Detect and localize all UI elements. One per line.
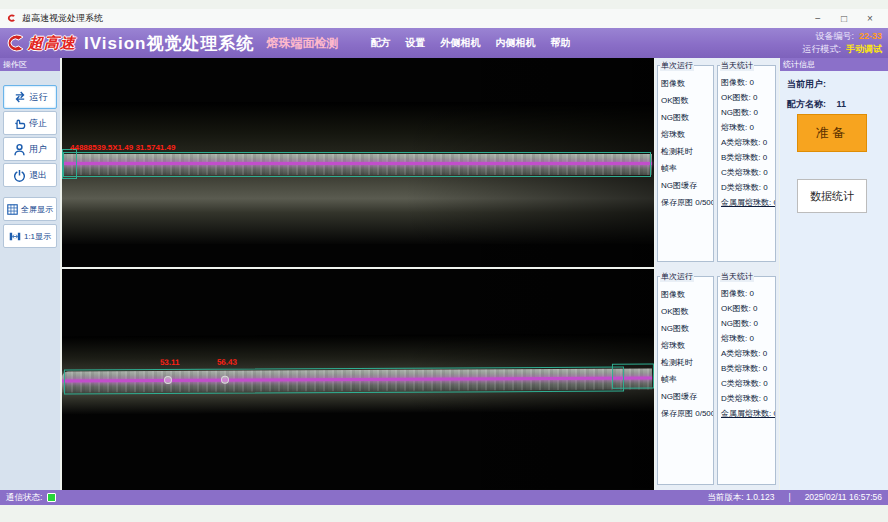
daily-stats-title: 当天统计 — [720, 271, 754, 282]
run-mode-label: 运行模式: — [802, 43, 841, 56]
maximize-button[interactable]: □ — [836, 13, 852, 24]
app-header: 超高速 IVision视觉处理系统 熔珠端面检测 配方 设置 外侧相机 内侧相机… — [0, 28, 888, 58]
stat-row: 检测耗时 — [658, 354, 713, 371]
device-number-value: 22-33 — [859, 30, 882, 43]
stat-row: 帧率 — [658, 371, 713, 388]
device-number-label: 设备编号: — [815, 30, 854, 43]
stat-row: A类熔珠数: 0 — [718, 135, 775, 150]
daily-stats-title: 当天统计 — [720, 60, 754, 71]
run-mode-value: 手动调试 — [846, 43, 882, 56]
single-run-groupbox: 单次运行 图像数 OK图数 NG图数 熔珠数 检测耗时 帧率 NG图缓存 保存原… — [657, 65, 714, 262]
recipe-name-label: 配方名称: — [787, 99, 826, 109]
stop-button-label: 停止 — [29, 117, 47, 130]
stat-row: OK图数: 0 — [718, 90, 775, 105]
stat-row: 金属屑熔珠数: 0 — [718, 406, 775, 421]
detection-annotation: 44888539.5X1.49 31.5741.49 — [70, 143, 175, 152]
data-statistics-button[interactable]: 数据统计 — [797, 179, 867, 213]
prepare-button[interactable]: 准备 — [797, 114, 867, 152]
stat-row: B类熔珠数: 0 — [718, 150, 775, 165]
stat-row: 保存原图 0/500 — [658, 405, 713, 422]
stat-row: B类熔珠数: 0 — [718, 361, 775, 376]
comm-status-indicator — [47, 493, 56, 502]
user-icon — [13, 143, 26, 156]
menu-item-settings[interactable]: 设置 — [405, 36, 425, 50]
version-value: 1.0.123 — [746, 492, 774, 502]
menu-item-inner-camera[interactable]: 内侧相机 — [495, 36, 535, 50]
outer-camera-stats: 单次运行 图像数 OK图数 NG图数 熔珠数 检测耗时 帧率 NG图缓存 保存原… — [655, 58, 779, 267]
hand-icon — [13, 117, 26, 130]
stat-row: 图像数: 0 — [718, 286, 775, 301]
stat-row: 熔珠数: 0 — [718, 331, 775, 346]
stat-row: OK图数 — [658, 303, 713, 320]
one-to-one-icon — [9, 231, 21, 242]
outer-camera-viewport[interactable]: 44888539.5X1.49 31.5741.49 — [62, 58, 654, 267]
device-info: 设备编号: 22-33 运行模式: 手动调试 — [802, 30, 882, 56]
measurement-label: 56.43 — [217, 358, 237, 367]
inner-camera-stats: 单次运行 图像数 OK图数 NG图数 熔珠数 检测耗时 帧率 NG图缓存 保存原… — [655, 269, 779, 490]
one-to-one-display-button[interactable]: 1:1显示 — [3, 224, 57, 248]
app-title: IVision视觉处理系统 — [84, 32, 254, 55]
detection-outline-right-segment — [612, 363, 654, 388]
stat-row: 图像数: 0 — [718, 75, 775, 90]
detection-marker — [221, 376, 229, 384]
stat-row: 检测耗时 — [658, 143, 713, 160]
brand-logo-icon — [3, 32, 27, 54]
status-bar: 通信状态: 当前版本: 1.0.123 | 2025/02/11 16:57:5… — [0, 490, 888, 505]
daily-stats-groupbox: 当天统计 图像数: 0 OK图数: 0 NG图数: 0 熔珠数: 0 A类熔珠数… — [717, 276, 776, 485]
detection-outline — [63, 152, 651, 177]
inner-camera-viewport[interactable]: 53.11 56.43 — [62, 269, 654, 490]
grid-icon — [7, 204, 18, 215]
stat-row: D类熔珠数: 0 — [718, 391, 775, 406]
stat-row: 熔珠数 — [658, 337, 713, 354]
stat-row: 图像数 — [658, 75, 713, 92]
version-label: 当前版本: — [707, 492, 743, 502]
single-run-groupbox: 单次运行 图像数 OK图数 NG图数 熔珠数 检测耗时 帧率 NG图缓存 保存原… — [657, 276, 714, 485]
cycle-icon — [13, 91, 27, 103]
stat-row: C类熔珠数: 0 — [718, 165, 775, 180]
detection-outline-left-segment — [62, 149, 77, 179]
window-title: 超高速视觉处理系统 — [22, 12, 103, 25]
app-logo-icon — [6, 13, 17, 24]
exit-button-label: 退出 — [29, 169, 47, 182]
exit-button[interactable]: 退出 — [3, 163, 57, 187]
stat-row: OK图数 — [658, 92, 713, 109]
brand-logo-text: 超高速 — [28, 34, 76, 53]
menu-item-help[interactable]: 帮助 — [550, 36, 570, 50]
stat-row: NG图数: 0 — [718, 316, 775, 331]
datetime: 2025/02/11 16:57:56 — [805, 492, 882, 504]
stop-button[interactable]: 停止 — [3, 111, 57, 135]
stat-row: 熔珠数: 0 — [718, 120, 775, 135]
statistics-info-panel: 统计信息 当前用户: 配方名称: 11 准备 数据统计 — [780, 58, 888, 490]
comm-status-label: 通信状态: — [6, 492, 42, 504]
main-menu: 配方 设置 外侧相机 内侧相机 帮助 — [370, 36, 570, 50]
operation-sidebar: 操作区 运行 停止 用户 退出 — [0, 58, 60, 490]
statistics-column: 单次运行 图像数 OK图数 NG图数 熔珠数 检测耗时 帧率 NG图缓存 保存原… — [655, 58, 779, 490]
detection-outline — [64, 367, 624, 395]
current-user-label: 当前用户: — [787, 79, 826, 89]
minimize-button[interactable]: − — [810, 13, 826, 24]
one-to-one-display-label: 1:1显示 — [24, 231, 51, 242]
stat-row: NG图数 — [658, 320, 713, 337]
menu-item-recipe[interactable]: 配方 — [370, 36, 390, 50]
stat-row: 金属屑熔珠数: 0 — [718, 195, 775, 210]
measurement-label: 53.11 — [160, 358, 180, 367]
menu-item-outer-camera[interactable]: 外侧相机 — [440, 36, 480, 50]
app-subtitle: 熔珠端面检测 — [266, 35, 338, 52]
fullscreen-display-button[interactable]: 全屏显示 — [3, 197, 57, 221]
fullscreen-display-label: 全屏显示 — [21, 204, 53, 215]
close-button[interactable]: × — [862, 13, 878, 24]
stat-row: NG图缓存 — [658, 177, 713, 194]
stat-row: OK图数: 0 — [718, 301, 775, 316]
user-button[interactable]: 用户 — [3, 137, 57, 161]
power-icon — [13, 169, 26, 182]
stat-row: NG图缓存 — [658, 388, 713, 405]
stat-row: 图像数 — [658, 286, 713, 303]
application-window: 超高速视觉处理系统 − □ × 超高速 IVision视觉处理系统 熔珠端面检测… — [0, 0, 888, 522]
daily-stats-groupbox: 当天统计 图像数: 0 OK图数: 0 NG图数: 0 熔珠数: 0 A类熔珠数… — [717, 65, 776, 262]
run-button[interactable]: 运行 — [3, 85, 57, 109]
detection-marker — [164, 376, 172, 384]
stat-row: D类熔珠数: 0 — [718, 180, 775, 195]
stat-row: NG图数 — [658, 109, 713, 126]
stat-row: 保存原图 0/500 — [658, 194, 713, 211]
statistics-info-title: 统计信息 — [780, 58, 888, 71]
